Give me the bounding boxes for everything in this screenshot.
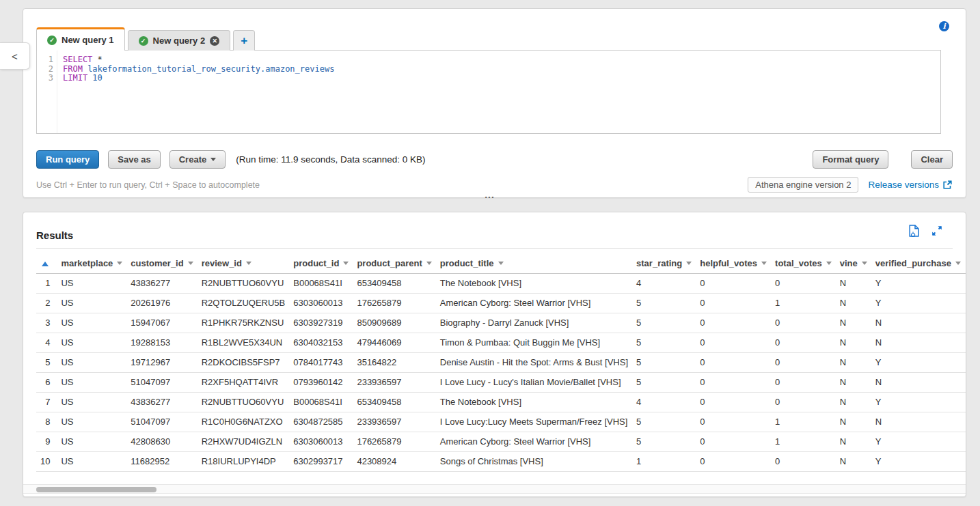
cell-star_rating: 4 [632,273,696,293]
column-menu-icon[interactable] [826,262,832,265]
cell-re: G [965,352,966,372]
run-stats-text: (Run time: 11.9 seconds, Data scanned: 0… [236,154,425,165]
row-number-cell: 10 [36,451,57,471]
cell-helpful_votes: 0 [696,293,771,313]
column-header-re[interactable]: re [965,253,966,273]
column-menu-icon[interactable] [343,262,349,265]
column-header-product_title[interactable]: product_title [436,253,632,273]
cell-marketplace: US [57,313,126,333]
cell-product_title: Denise Austin - Hit the Spot: Arms & Bus… [436,352,632,372]
cell-customer_id: 42808630 [126,432,197,451]
column-menu-icon[interactable] [686,262,692,265]
column-header-helpful_votes[interactable]: helpful_votes [696,253,771,273]
close-icon[interactable]: ✕ [210,36,219,46]
clear-button[interactable]: Clear [911,150,953,169]
tab-new-query-1[interactable]: ✓ New query 1 [36,27,125,51]
cell-verified_purchase: N [871,412,965,432]
cell-review_id: R1BL2WVE5X34UN [198,333,290,352]
table-row: 2US20261976R2QTOLZUQERU5B630306001317626… [36,293,966,313]
results-divider [36,248,953,249]
cell-verified_purchase: Y [871,432,965,451]
cell-star_rating: 5 [632,432,696,451]
create-button[interactable]: Create [169,150,226,169]
release-versions-link[interactable]: Release versions [868,180,953,190]
table-row: 4US19288153R1BL2WVE5X34UN630403215347944… [36,333,966,352]
column-header-star_rating[interactable]: star_rating [632,253,696,273]
row-number-cell: 9 [36,432,57,451]
cell-re: it [965,293,966,313]
collapse-panel-button[interactable]: < [0,42,30,70]
cell-total_votes: 0 [771,372,836,392]
column-header-product_parent[interactable]: product_parent [353,253,435,273]
column-menu-icon[interactable] [761,262,767,265]
cell-helpful_votes: 0 [696,313,771,333]
horizontal-scrollbar-thumb[interactable] [36,487,156,492]
column-header-vine[interactable]: vine [836,253,871,273]
table-row: 3US15947067R1PHKR75RKZNSU630392731985090… [36,313,966,333]
panel-resize-handle[interactable]: ••• [485,194,495,200]
cell-review_id: R1C0H0G6NATZXO [198,412,290,432]
run-query-button[interactable]: Run query [36,150,99,169]
column-header-label: helpful_votes [700,258,757,268]
sort-column-header[interactable] [36,253,57,273]
column-header-total_votes[interactable]: total_votes [771,253,836,273]
cell-re: M [965,432,966,451]
cell-re: Fi [965,333,966,352]
cell-vine: N [836,273,871,293]
cell-verified_purchase: Y [871,451,965,471]
table-row: 6US51047097R2XF5HQATT4IVR079396014223393… [36,372,966,392]
cell-total_votes: 0 [771,273,836,293]
column-header-review_id[interactable]: review_id [198,253,290,273]
cell-customer_id: 19712967 [126,352,197,372]
column-menu-icon[interactable] [955,262,961,265]
cell-verified_purchase: Y [871,352,965,372]
column-header-customer_id[interactable]: customer_id [126,253,197,273]
save-as-button[interactable]: Save as [108,150,160,169]
results-panel: Results marketplacecustomer_idreview_idp… [23,212,966,497]
line-number: 2 [37,65,53,74]
table-row: 7US43836277R2NUBTTUO60VYUB00068S41I65340… [36,392,966,412]
cell-product_title: American Cyborg: Steel Warrior [VHS] [436,432,632,451]
results-title: Results [36,229,73,241]
column-menu-icon[interactable] [498,262,504,265]
sort-ascending-icon [42,262,49,266]
cell-review_id: R2HXW7UD4IGZLN [198,432,290,451]
column-header-product_id[interactable]: product_id [289,253,353,273]
cell-vine: N [836,392,871,412]
cell-product_id: 6303060013 [289,432,353,451]
cell-review_id: R2NUBTTUO60VYU [198,392,290,412]
column-menu-icon[interactable] [426,262,432,265]
format-query-button[interactable]: Format query [813,150,888,169]
cell-product_parent: 35164822 [353,352,435,372]
column-menu-icon[interactable] [246,262,251,265]
column-menu-icon[interactable] [862,262,867,265]
cell-product_parent: 850909689 [353,313,435,333]
cell-total_votes: 1 [771,412,836,432]
sql-editor[interactable]: 123 SELECT *FROM lakeformation_tutorial_… [36,50,941,134]
tab-new-query-2[interactable]: ✓ New query 2 ✕ [128,30,231,51]
cell-helpful_votes: 0 [696,333,771,352]
column-menu-icon[interactable] [188,262,193,265]
row-number-cell: 7 [36,392,57,412]
chevron-down-icon [210,158,216,161]
cell-customer_id: 43836277 [126,392,197,412]
cell-vine: N [836,372,871,392]
shortcut-hint: Use Ctrl + Enter to run query, Ctrl + Sp… [36,180,260,190]
horizontal-scrollbar[interactable] [23,484,966,494]
expand-results-icon[interactable] [931,225,942,236]
column-header-label: verified_purchase [875,258,951,268]
cell-product_id: 0793960142 [289,372,353,392]
column-header-verified_purchase[interactable]: verified_purchase [871,253,965,273]
cell-total_votes: 0 [771,313,836,333]
cell-product_parent: 176265879 [353,293,435,313]
column-header-marketplace[interactable]: marketplace [57,253,126,273]
column-menu-icon[interactable] [117,262,122,265]
cell-total_votes: 0 [771,451,836,471]
column-header-label: marketplace [61,258,113,268]
new-tab-button[interactable]: + [233,30,255,51]
cell-marketplace: US [57,372,126,392]
info-icon[interactable]: i [939,21,949,31]
editor-gutter: 123 [37,51,57,133]
export-file-icon[interactable] [909,225,919,237]
table-row: 1US43836277R2NUBTTUO60VYUB00068S41I65340… [36,273,966,293]
